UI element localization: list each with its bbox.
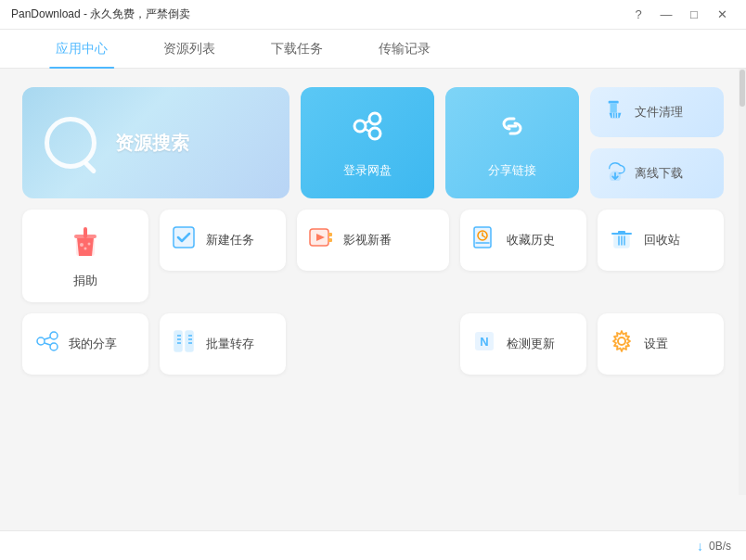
card-share-link[interactable]: 分享链接	[445, 87, 579, 198]
card-new-task[interactable]: 新建任务	[160, 210, 286, 271]
svg-point-51	[618, 337, 625, 345]
svg-rect-41	[174, 331, 182, 351]
check-update-label: 检测更新	[507, 336, 555, 352]
svg-point-2	[369, 128, 380, 139]
main-content: 资源搜索 登录网盘	[0, 69, 746, 530]
svg-rect-13	[174, 227, 194, 248]
svg-point-0	[354, 121, 366, 132]
settings-icon	[609, 328, 635, 360]
title-bar: PanDownload - 永久免费，严禁倒卖 ? — □ ✕	[0, 0, 746, 30]
svg-point-36	[37, 337, 45, 345]
tab-download-tasks[interactable]: 下载任务	[243, 30, 351, 69]
scrollbar-track	[739, 69, 746, 495]
svg-line-3	[366, 121, 370, 123]
bottom-row-2: 我的分享 批量转存	[22, 313, 724, 375]
svg-point-38	[50, 343, 58, 350]
card-recycle[interactable]: 回收站	[598, 210, 724, 271]
offline-download-icon	[605, 160, 625, 186]
download-speed: 0B/s	[709, 540, 731, 553]
card-new-video[interactable]: 影视新番	[297, 210, 448, 271]
svg-rect-6	[609, 101, 619, 104]
offline-download-label: 离线下载	[635, 165, 683, 182]
card-file-clean[interactable]: 文件清理	[590, 87, 724, 137]
bottom-rows: 新建任务 影视新番	[22, 210, 724, 375]
svg-line-4	[366, 129, 370, 132]
svg-point-37	[50, 332, 58, 339]
maximize-button[interactable]: □	[681, 6, 707, 24]
card-donate[interactable]: 捐助	[22, 210, 148, 302]
batch-transfer-icon	[171, 328, 197, 360]
top-row: 资源搜索 登录网盘	[22, 87, 724, 198]
tab-bar: 应用中心 资源列表 下载任务 传输记录	[0, 30, 746, 69]
video-icon	[308, 224, 334, 256]
login-disk-label: 登录网盘	[343, 162, 392, 179]
recycle-label: 回收站	[644, 232, 680, 248]
svg-point-22	[80, 243, 84, 247]
svg-rect-18	[328, 238, 332, 242]
scrollbar-thumb[interactable]	[740, 70, 745, 107]
donate-label: 捐助	[73, 273, 97, 289]
svg-rect-17	[328, 233, 332, 236]
my-share-label: 我的分享	[69, 336, 117, 352]
file-clean-label: 文件清理	[635, 104, 683, 121]
svg-point-1	[369, 113, 380, 124]
my-share-icon	[33, 328, 59, 360]
minimize-button[interactable]: —	[653, 6, 679, 24]
link-icon	[494, 108, 531, 153]
tab-app-center[interactable]: 应用中心	[28, 30, 135, 69]
card-batch-transfer[interactable]: 批量转存	[160, 313, 286, 375]
bottom-row-1: 新建任务 影视新番	[22, 210, 724, 302]
svg-point-24	[88, 243, 91, 246]
close-button[interactable]: ✕	[709, 6, 735, 24]
card-settings[interactable]: 设置	[598, 313, 724, 375]
search-circle-icon	[45, 117, 96, 169]
resource-search-label: 资源搜索	[115, 131, 189, 156]
tab-resource-list[interactable]: 资源列表	[135, 30, 243, 69]
favorites-label: 收藏历史	[507, 232, 555, 248]
download-speed-icon: ↓	[697, 539, 703, 554]
card-login-disk[interactable]: 登录网盘	[301, 87, 434, 198]
tab-transfer-records[interactable]: 传输记录	[351, 30, 458, 69]
batch-transfer-label: 批量转存	[206, 336, 254, 352]
app-title: PanDownload - 永久免费，严禁倒卖	[11, 6, 190, 22]
card-resource-search[interactable]: 资源搜索	[22, 87, 289, 198]
card-my-share[interactable]: 我的分享	[22, 313, 148, 375]
card-check-update[interactable]: N 检测更新	[460, 313, 586, 375]
recycle-icon	[609, 224, 635, 256]
check-update-icon: N	[471, 328, 497, 360]
svg-line-39	[45, 337, 50, 339]
donate-cup-icon	[65, 223, 106, 267]
status-bar: ↓ 0B/s	[0, 530, 746, 560]
right-col: 文件清理 离线下载	[590, 87, 724, 198]
svg-rect-32	[618, 231, 625, 234]
svg-rect-42	[186, 331, 193, 351]
svg-rect-21	[84, 227, 87, 238]
svg-rect-7	[611, 104, 617, 113]
new-task-label: 新建任务	[206, 232, 254, 248]
broom-icon	[605, 99, 625, 125]
share-link-label: 分享链接	[488, 162, 536, 179]
new-video-label: 影视新番	[343, 232, 392, 248]
help-button[interactable]: ?	[625, 6, 651, 24]
svg-text:N: N	[480, 335, 488, 349]
svg-point-23	[84, 248, 87, 250]
favorites-icon	[471, 224, 497, 256]
cloud-share-icon	[349, 108, 386, 153]
new-task-icon	[171, 224, 197, 256]
svg-line-40	[45, 343, 50, 345]
card-favorites[interactable]: 收藏历史	[460, 210, 586, 271]
window-controls: ? — □ ✕	[625, 6, 735, 24]
card-offline-download[interactable]: 离线下载	[590, 148, 724, 198]
settings-label: 设置	[644, 336, 668, 352]
